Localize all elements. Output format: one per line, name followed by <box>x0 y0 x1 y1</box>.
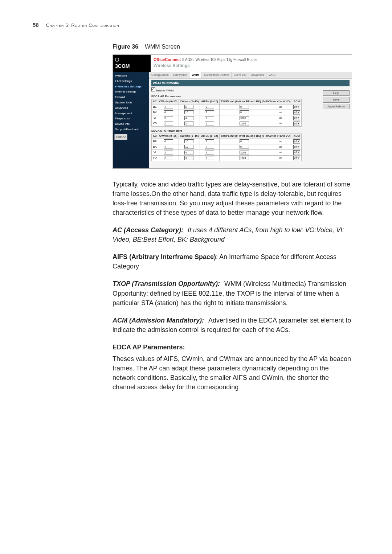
intro-paragraph: Typically, voice and video traffic types… <box>113 180 352 217</box>
table-cell[interactable]: 3 <box>200 104 219 110</box>
brand-officeconnect: OfficeConnect <box>154 57 181 62</box>
table-cell: us <box>269 115 292 121</box>
sidebar-item[interactable]: Diagnostics <box>114 116 148 122</box>
table-header: ACM <box>292 134 302 139</box>
tab[interactable]: Client List <box>232 72 249 78</box>
table-header: TXOPLimit (0~0 for BE and BK) (0~4000 fo… <box>219 99 292 104</box>
table-cell[interactable]: 3 <box>158 115 179 121</box>
sidebar-item[interactable]: Device Info <box>114 122 148 127</box>
table-cell: VO <box>152 155 158 161</box>
table-cell[interactable]: 2 <box>158 155 179 161</box>
action-button[interactable]: Apply/Reboot <box>323 104 350 110</box>
table-cell[interactable]: 3 <box>158 150 179 155</box>
table-cell: BE <box>152 139 158 144</box>
table-cell[interactable]: 4 <box>158 110 179 115</box>
sidebar-item[interactable]: Advanced <box>114 106 148 111</box>
table-cell: us <box>269 104 292 110</box>
table-cell[interactable]: off ▾ <box>292 139 302 144</box>
table-header: CWmin (0~15) <box>158 99 179 104</box>
running-header: 58 Chapter 5: Router Configuration <box>33 22 359 28</box>
table-cell[interactable]: 10 <box>179 144 200 150</box>
tab[interactable]: Advanced <box>249 72 267 78</box>
table-cell[interactable]: 10 <box>179 110 200 115</box>
table-cell[interactable]: 7 <box>200 144 219 150</box>
table-cell[interactable]: 3008 <box>219 150 269 155</box>
tab[interactable]: Connection Control <box>202 72 231 78</box>
table-row: BK41070usoff ▾ <box>152 110 302 115</box>
def-txop-label: TXOP (Transmission Opportunity): <box>113 280 220 287</box>
table-cell[interactable]: 1504 <box>219 121 269 126</box>
sidebar-item[interactable]: System Tools <box>114 100 148 106</box>
table-header: TXOPLimit (0~0 for BE and BK) (0~4992 fo… <box>219 134 292 139</box>
table-cell[interactable]: 3 <box>200 139 219 144</box>
table-cell[interactable]: 6 <box>179 104 200 110</box>
logo-3com: ◯ 3COM <box>113 55 151 72</box>
sidebar-item[interactable]: Welcome <box>114 73 148 79</box>
table-cell: VI <box>152 115 158 121</box>
table-cell[interactable]: 0 <box>219 104 269 110</box>
table-cell[interactable]: 4 <box>158 139 179 144</box>
table-cell[interactable]: 0 <box>219 110 269 115</box>
panel-title: Wi-Fi Multimedia <box>151 80 350 86</box>
table-cell[interactable]: 2 <box>200 150 219 155</box>
table-cell: BK <box>152 110 158 115</box>
sidebar-item[interactable]: Internet Settings <box>114 89 148 95</box>
def-acm-label: ACM (Admission Mandatory): <box>113 317 204 324</box>
figure-label: Figure 36 <box>113 44 138 50</box>
sidebar-item[interactable]: Support/Feedback <box>114 127 148 132</box>
table-cell[interactable]: off ▾ <box>292 121 302 126</box>
tab[interactable]: Configuration <box>149 72 171 78</box>
table-cell[interactable]: off ▾ <box>292 115 302 121</box>
table-cell[interactable]: off ▾ <box>292 144 302 150</box>
table-cell[interactable]: 1 <box>200 115 219 121</box>
table-cell[interactable]: 4 <box>179 150 200 155</box>
sidebar-item[interactable]: Management <box>114 111 148 116</box>
action-button[interactable]: Save <box>323 97 350 103</box>
table-cell[interactable]: 0 <box>219 144 269 150</box>
table-cell: us <box>269 139 292 144</box>
table-cell[interactable]: off ▾ <box>292 155 302 161</box>
table-cell[interactable]: 3 <box>179 121 200 126</box>
table-cell[interactable]: 10 <box>179 139 200 144</box>
edca-ap-heading: EDCA AP Paramenters: <box>113 342 352 352</box>
table-header: CWmax (0~15) <box>179 134 200 139</box>
def-ac: AC (Access Category):It uses 4 different… <box>113 225 352 244</box>
table-row: VO2311504usoff ▾ <box>152 121 302 126</box>
tab[interactable]: WMM <box>189 72 202 78</box>
enable-wmm-checkbox[interactable] <box>151 87 155 91</box>
table-cell[interactable]: 4 <box>158 144 179 150</box>
logout-button[interactable]: Log Out <box>114 134 127 140</box>
sidebar-item[interactable]: LAN Settings <box>114 79 148 84</box>
table-cell[interactable]: 4 <box>158 104 179 110</box>
table-cell[interactable]: 7 <box>200 110 219 115</box>
table-cell[interactable]: 4 <box>179 115 200 121</box>
sidebar-item[interactable]: Firewall <box>114 95 148 100</box>
table-cell[interactable]: off ▾ <box>292 150 302 155</box>
table-cell[interactable]: 2 <box>158 121 179 126</box>
table-cell[interactable]: 3 <box>179 155 200 161</box>
chapter-title: Chapter 5: Router Configuration <box>46 22 119 28</box>
table-cell[interactable]: 3008 <box>219 115 269 121</box>
table-cell: us <box>269 121 292 126</box>
table-cell[interactable]: off ▾ <box>292 110 302 115</box>
table-cell: BE <box>152 104 158 110</box>
table-cell[interactable]: 0 <box>219 139 269 144</box>
table-cell[interactable]: 2 <box>200 155 219 161</box>
table-header: CWmin (0~15) <box>158 134 179 139</box>
table-cell[interactable]: 1 <box>200 121 219 126</box>
page-number: 58 <box>33 22 39 28</box>
ap-params-title: EDCA AP Parameters <box>151 94 350 99</box>
tab[interactable]: Encryption <box>171 72 190 78</box>
table-cell[interactable]: 1504 <box>219 155 269 161</box>
table-cell[interactable]: off ▾ <box>292 104 302 110</box>
tab[interactable]: WDS <box>266 72 278 78</box>
sidebar-item[interactable]: ▸ Wireless Settings <box>114 84 148 90</box>
tab-bar: ConfigurationEncryptionWMMConnection Con… <box>149 72 352 79</box>
sta-params-title: EDCA STA Parameters <box>151 129 350 133</box>
table-header: ACM <box>292 99 302 104</box>
table-row: VI3423008usoff ▾ <box>152 150 302 155</box>
table-cell: us <box>269 110 292 115</box>
table-cell: us <box>269 150 292 155</box>
table-row: BK41070usoff ▾ <box>152 144 302 150</box>
action-button[interactable]: Help <box>323 90 350 96</box>
